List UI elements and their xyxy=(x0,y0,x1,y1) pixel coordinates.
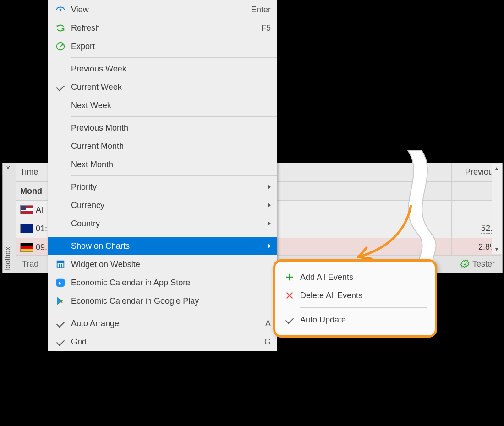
eye-icon xyxy=(53,5,68,15)
menu-item-auto-arrange[interactable]: Auto ArrangeA xyxy=(48,314,277,333)
check-icon xyxy=(53,339,68,344)
menu-item-current-week[interactable]: Current Week xyxy=(48,78,277,96)
menu-item-priority[interactable]: Priority xyxy=(48,178,277,196)
menu-item-country[interactable]: Country xyxy=(48,214,277,233)
menu-item-current-month[interactable]: Current Month xyxy=(48,137,277,155)
submenu-item-add-all-events[interactable]: Add All Events xyxy=(277,268,433,286)
menu-item-label: Auto Update xyxy=(297,315,427,325)
plus-icon xyxy=(282,272,297,282)
flag-de-icon xyxy=(20,243,33,252)
svg-rect-3 xyxy=(57,261,64,263)
menu-item-label: Priority xyxy=(68,182,263,192)
menu-item-label: Next Week xyxy=(68,101,271,110)
menu-item-label: Current Month xyxy=(68,142,271,151)
refresh-icon xyxy=(53,23,68,33)
submenu-item-auto-update[interactable]: Auto Update xyxy=(277,311,433,329)
menu-item-label: Previous Month xyxy=(68,123,271,133)
menu-separator xyxy=(71,312,277,312)
export-icon xyxy=(53,41,68,51)
submenu-item-delete-all-events[interactable]: Delete All Events xyxy=(277,286,433,305)
menu-item-previous-week[interactable]: Previous Week xyxy=(48,60,277,78)
tab-tester-label: Tester xyxy=(472,259,495,269)
xred-icon xyxy=(282,290,297,300)
submenu-separator xyxy=(300,307,427,308)
toolbox-side-label: Toolbox xyxy=(4,243,14,275)
appstore-icon xyxy=(53,278,68,288)
menu-item-shortcut: G xyxy=(260,337,271,347)
menu-separator xyxy=(71,116,277,117)
tester-badge-icon xyxy=(460,259,470,268)
menu-item-shortcut: Enter xyxy=(247,5,271,15)
widget-icon xyxy=(53,259,68,269)
menu-item-show-on-charts[interactable]: Show on Charts xyxy=(48,237,277,255)
tab-trade[interactable]: Trad xyxy=(16,256,45,272)
menu-item-label: Auto Arrange xyxy=(68,319,261,328)
menu-item-label: Add All Events xyxy=(297,273,427,282)
play-icon xyxy=(53,296,68,306)
toolbox-close-button[interactable]: × xyxy=(4,164,12,173)
svg-point-0 xyxy=(60,9,62,11)
flag-au-icon xyxy=(20,224,33,233)
context-menu: ViewEnterRefreshF5ExportPrevious WeekCur… xyxy=(48,0,277,351)
menu-separator xyxy=(71,175,277,176)
menu-item-label: Export xyxy=(68,42,271,51)
menu-item-label: Country xyxy=(68,219,263,229)
submenu-arrow-icon xyxy=(268,202,271,208)
menu-item-label: Next Month xyxy=(68,160,271,169)
menu-item-next-month[interactable]: Next Month xyxy=(48,155,277,174)
submenu-arrow-icon xyxy=(268,243,271,249)
menu-item-grid[interactable]: GridG xyxy=(48,333,277,351)
menu-item-label: Previous Week xyxy=(68,64,271,74)
row-time: All xyxy=(36,205,45,215)
menu-item-label: View xyxy=(68,5,247,15)
tab-tester[interactable]: Tester xyxy=(454,256,501,272)
menu-item-shortcut: A xyxy=(261,319,271,328)
check-icon xyxy=(53,85,68,89)
menu-item-label: Current Week xyxy=(68,82,271,92)
menu-separator xyxy=(71,235,277,235)
menu-item-label: Delete All Events xyxy=(297,291,427,300)
flag-us-icon xyxy=(20,205,33,214)
check-icon xyxy=(282,317,297,322)
menu-item-currency[interactable]: Currency xyxy=(48,196,277,214)
submenu-arrow-icon xyxy=(268,184,271,190)
menu-item-next-week[interactable]: Next Week xyxy=(48,96,277,115)
menu-item-label: Widget on Website xyxy=(68,260,271,269)
menu-item-label: Grid xyxy=(68,337,260,347)
menu-item-label: Refresh xyxy=(68,23,257,33)
submenu-show-on-charts: Add All EventsDelete All EventsAuto Upda… xyxy=(273,259,437,338)
menu-item-widget-on-website[interactable]: Widget on Website xyxy=(48,255,277,273)
submenu-arrow-icon xyxy=(268,221,271,226)
scroll-down-icon[interactable]: ▾ xyxy=(492,245,502,254)
menu-item-label: Show on Charts xyxy=(68,241,263,251)
menu-item-label: Economic Calendar in App Store xyxy=(68,278,271,288)
menu-item-economic-calendar-in-google-play[interactable]: Economic Calendar in Google Play xyxy=(48,292,277,310)
row-time: 09: xyxy=(36,243,47,252)
menu-item-refresh[interactable]: RefreshF5 xyxy=(48,19,277,37)
check-icon xyxy=(53,321,68,326)
menu-item-previous-month[interactable]: Previous Month xyxy=(48,119,277,137)
menu-item-shortcut: F5 xyxy=(257,23,271,33)
menu-item-label: Currency xyxy=(68,201,263,210)
row-time: 01: xyxy=(36,224,47,234)
menu-item-export[interactable]: Export xyxy=(48,37,277,55)
menu-item-label: Economic Calendar in Google Play xyxy=(68,296,271,306)
menu-item-economic-calendar-in-app-store[interactable]: Economic Calendar in App Store xyxy=(48,273,277,292)
menu-item-view[interactable]: ViewEnter xyxy=(48,0,277,19)
vertical-scrollbar[interactable]: ▴ ▾ xyxy=(492,164,502,254)
scroll-up-icon[interactable]: ▴ xyxy=(492,164,502,173)
menu-separator xyxy=(71,57,277,58)
